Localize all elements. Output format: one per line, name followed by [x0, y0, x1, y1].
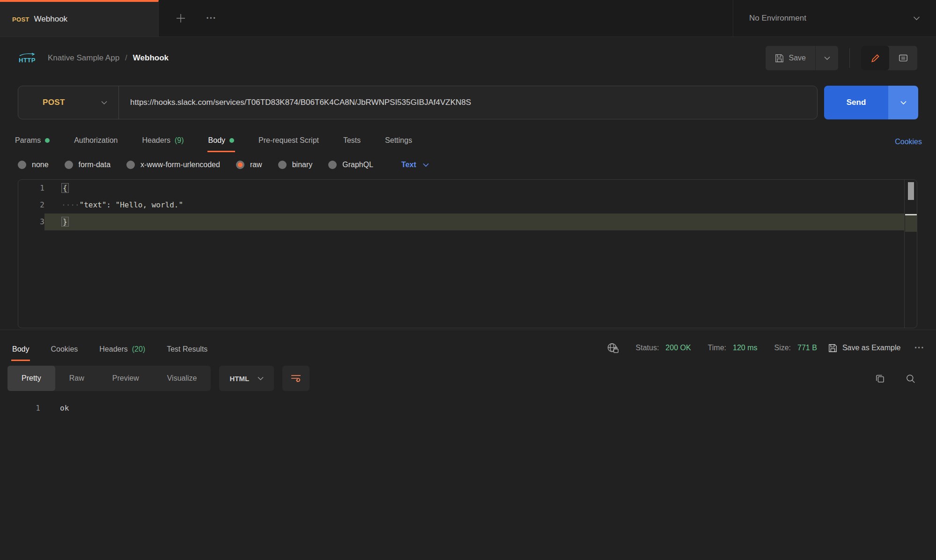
radio-icon: [18, 161, 26, 169]
whitespace-dots: ····: [61, 200, 80, 209]
radio-binary[interactable]: binary: [278, 161, 313, 169]
response-tab-test-results[interactable]: Test Results: [166, 340, 208, 361]
chevron-down-icon: [258, 376, 264, 381]
save-options-button[interactable]: [815, 46, 838, 70]
line-number: 2: [18, 197, 44, 214]
response-tab-cookies[interactable]: Cookies: [50, 340, 79, 361]
radio-raw[interactable]: raw: [236, 161, 262, 169]
breadcrumb: Knative Sample App / Webhook: [48, 53, 169, 63]
environment-label: No Environment: [749, 14, 806, 23]
response-metrics: Status: 200 OK Time: 120 ms Size: 771 B …: [607, 342, 925, 361]
request-body-editor[interactable]: 1 { 2 ····"text": "Hello, world." 3 }: [18, 179, 917, 328]
comments-button[interactable]: [889, 46, 917, 70]
breadcrumb-request-name[interactable]: Webhook: [133, 53, 169, 63]
scrollbar-cursor-marker: [905, 214, 917, 215]
save-as-example-button[interactable]: Save as Example: [828, 344, 901, 353]
line-number: 1: [0, 401, 40, 415]
method-value: POST: [43, 98, 65, 107]
green-dot-icon: [229, 138, 234, 143]
save-icon: [775, 54, 784, 63]
copy-icon[interactable]: [875, 374, 885, 383]
tab-settings[interactable]: Settings: [384, 132, 413, 152]
tab-pre-request-script[interactable]: Pre-request Script: [258, 132, 320, 152]
view-raw-button[interactable]: Raw: [55, 366, 98, 391]
request-url-row: POST https://hooks.slack.com/services/T0…: [18, 86, 918, 119]
radio-graphql[interactable]: GraphQL: [328, 161, 373, 169]
line-number: 3: [18, 214, 44, 230]
breadcrumb-collection[interactable]: Knative Sample App: [48, 53, 119, 63]
edit-mode-button[interactable]: [861, 46, 889, 70]
send-button[interactable]: Send: [824, 86, 888, 119]
view-visualize-button[interactable]: Visualize: [153, 366, 211, 391]
wrap-text-button[interactable]: [282, 366, 310, 391]
search-icon[interactable]: [906, 374, 915, 383]
tab-strip: •••: [159, 0, 733, 37]
chevron-down-icon: [423, 163, 429, 167]
header-actions: Save: [766, 46, 917, 70]
request-header: HTTP Knative Sample App / Webhook Save: [0, 37, 936, 79]
url-input[interactable]: https://hooks.slack.com/services/T06TD83…: [119, 98, 471, 107]
radio-icon: [126, 161, 135, 169]
code-line: 1 {: [18, 180, 917, 197]
method-selector[interactable]: POST: [18, 98, 118, 107]
response-headers-count: (20): [132, 345, 145, 354]
headers-count: (9): [175, 136, 184, 145]
save-button[interactable]: Save: [766, 46, 815, 70]
radio-none[interactable]: none: [18, 161, 49, 169]
divider: [849, 48, 850, 68]
scrollbar-thumb[interactable]: [908, 182, 914, 200]
response-view-switch: Pretty Raw Preview Visualize: [7, 366, 211, 391]
tab-title: Webhook: [34, 15, 68, 24]
body-type-options: none form-data x-www-form-urlencoded raw…: [0, 161, 936, 169]
response-header: Body Cookies Headers (20) Test Results S…: [0, 330, 936, 361]
send-options-button[interactable]: [888, 86, 918, 119]
environment-selector[interactable]: No Environment: [733, 0, 936, 37]
open-brace: {: [61, 183, 69, 193]
mode-toggle-group: [861, 46, 917, 70]
radio-icon: [278, 161, 287, 169]
time-value: 120 ms: [733, 344, 757, 352]
response-tab-body[interactable]: Body: [11, 340, 30, 361]
save-icon: [828, 344, 837, 353]
http-protocol-icon: HTTP: [19, 52, 36, 64]
raw-format-dropdown[interactable]: Text: [401, 161, 429, 169]
breadcrumb-separator: /: [125, 53, 127, 63]
status-value: 200 OK: [665, 344, 691, 352]
tab-authorization[interactable]: Authorization: [73, 132, 118, 152]
status-label: Status:: [636, 344, 659, 352]
tab-method-badge: POST: [12, 16, 29, 23]
save-button-group: Save: [766, 46, 838, 70]
network-info-icon[interactable]: [607, 342, 619, 354]
tab-params[interactable]: Params: [14, 132, 51, 152]
radio-selected-icon: [236, 161, 244, 169]
tab-body[interactable]: Body: [207, 132, 235, 152]
radio-icon: [65, 161, 73, 169]
cookies-link[interactable]: Cookies: [895, 138, 922, 152]
code-line: 2 ····"text": "Hello, world.": [18, 197, 917, 214]
radio-form-data[interactable]: form-data: [65, 161, 111, 169]
view-preview-button[interactable]: Preview: [98, 366, 153, 391]
tab-headers[interactable]: Headers (9): [141, 132, 185, 152]
response-more-options-icon[interactable]: •••: [914, 345, 925, 351]
time-label: Time:: [708, 344, 726, 352]
tab-bar: POST Webhook ••• No Environment: [0, 0, 936, 37]
line-number: 1: [18, 180, 44, 197]
editor-scrollbar[interactable]: [904, 180, 917, 328]
code-line-highlighted: 3 }: [18, 214, 917, 230]
view-pretty-button[interactable]: Pretty: [7, 366, 55, 391]
url-bar: POST https://hooks.slack.com/services/T0…: [18, 86, 818, 119]
close-brace: }: [61, 217, 69, 227]
tab-tests[interactable]: Tests: [342, 132, 361, 152]
radio-x-www-form-urlencoded[interactable]: x-www-form-urlencoded: [126, 161, 220, 169]
response-body: 1 ok: [0, 401, 936, 415]
response-toolbar: Pretty Raw Preview Visualize HTML: [0, 366, 936, 391]
chevron-down-icon: [101, 101, 107, 105]
tab-more-options-icon[interactable]: •••: [206, 15, 217, 22]
chevron-down-icon: [913, 16, 920, 21]
new-tab-button[interactable]: [176, 13, 186, 23]
response-format-dropdown[interactable]: HTML: [219, 366, 274, 391]
radio-icon: [328, 161, 337, 169]
response-actions: [875, 374, 929, 383]
response-tab-headers[interactable]: Headers (20): [98, 340, 146, 361]
request-tab-active[interactable]: POST Webhook: [0, 0, 159, 37]
